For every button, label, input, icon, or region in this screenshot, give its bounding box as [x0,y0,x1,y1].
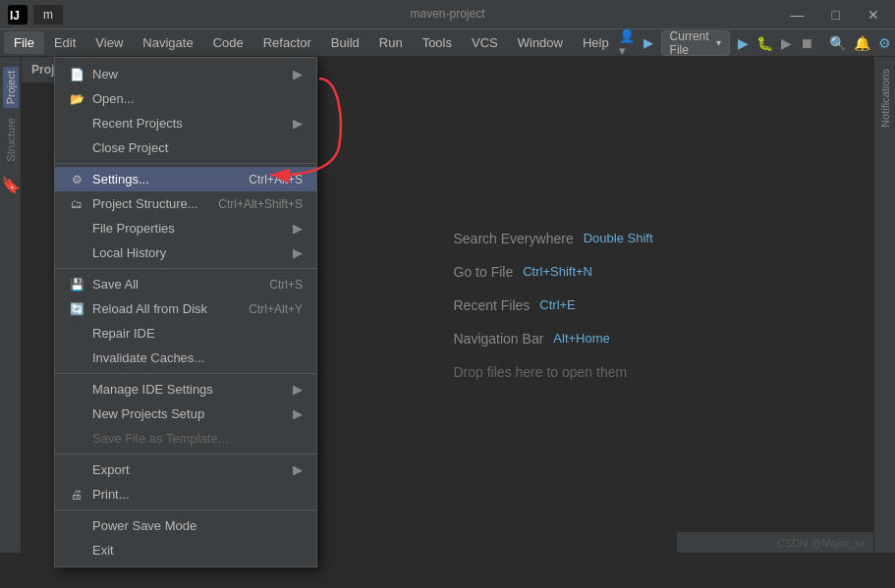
hint-goto-file-label: Go to File [454,264,514,280]
menu-item-exit-label: Exit [92,543,303,558]
divider-4 [55,454,316,454]
search-everywhere-button[interactable]: 🔍 [829,35,846,51]
update-icon[interactable]: ▶ [643,35,653,50]
project-structure-shortcut: Ctrl+Alt+Shift+S [218,197,303,211]
project-structure-icon: 🗂 [69,197,84,211]
stop-button[interactable]: ⏹ [800,35,813,51]
submenu-arrow-icon-mis: ▶ [293,382,303,397]
bottom-bar: CSDN @Major_xx [677,531,873,553]
menu-view[interactable]: View [85,31,133,54]
divider-3 [55,373,316,374]
left-side-bar: Project Structure 🔖 [0,57,22,553]
menu-item-settings[interactable]: ⚙ Settings... Ctrl+Alt+S [55,167,316,191]
hint-drop-files: Drop files here to open them [454,364,653,380]
menu-item-save-all[interactable]: 💾 Save All Ctrl+S [55,272,316,296]
menu-item-open-label: Open... [92,91,303,106]
settings-gear-icon[interactable]: ⚙ [878,35,891,51]
structure-side-tab[interactable]: Structure [3,114,19,166]
menu-build[interactable]: Build [321,31,369,54]
hint-search-everywhere-key: Double Shift [584,231,653,245]
save-all-icon: 💾 [69,278,84,292]
menu-item-settings-label: Settings... [92,172,241,187]
menu-help[interactable]: Help [573,31,619,54]
submenu-arrow-icon-recent: ▶ [293,116,303,131]
submenu-arrow-icon-fp: ▶ [293,221,303,236]
submenu-arrow-icon: ▶ [293,67,303,81]
editor-hints: Search Everywhere Double Shift Go to Fil… [434,211,673,400]
title-tabs: m [33,5,63,25]
menu-run[interactable]: Run [369,31,413,54]
project-side-tab[interactable]: Project [3,67,19,108]
menu-item-recent-projects[interactable]: Recent Projects ▶ [55,111,316,135]
menu-item-exit[interactable]: Exit [55,538,316,562]
submenu-arrow-icon-lh: ▶ [293,245,303,260]
divider-5 [55,509,316,510]
title-bar: IJ m maven-project — □ ✕ [0,0,895,29]
new-icon: 📄 [69,68,84,81]
menu-item-invalidate-caches[interactable]: Invalidate Caches... [55,346,316,370]
run-button[interactable]: ▶ [738,35,749,51]
svg-text:IJ: IJ [10,9,20,23]
reload-disk-shortcut: Ctrl+Alt+Y [249,302,303,316]
menu-item-print[interactable]: 🖨 Print... [55,482,316,507]
menu-item-invalidate-caches-label: Invalidate Caches... [92,350,303,365]
divider-1 [55,163,316,164]
editor-area: Search Everywhere Double Shift Go to Fil… [233,57,873,553]
menu-window[interactable]: Window [508,31,573,54]
run-config-selector[interactable]: Current File ▾ [661,30,730,56]
account-icon[interactable]: 👤▾ [619,28,636,58]
menu-item-recent-projects-label: Recent Projects [92,116,285,131]
menu-item-power-save-mode[interactable]: Power Save Mode [55,513,316,538]
menu-item-export-label: Export [92,462,285,477]
menu-item-export[interactable]: Export ▶ [55,457,316,482]
hint-search-everywhere-label: Search Everywhere [454,231,574,246]
menu-tools[interactable]: Tools [413,31,462,54]
menu-item-open[interactable]: 📂 Open... [55,86,316,111]
hint-drop-files-label: Drop files here to open them [454,364,628,380]
menu-item-reload-disk[interactable]: 🔄 Reload All from Disk Ctrl+Alt+Y [55,296,316,321]
menu-item-manage-ide-settings[interactable]: Manage IDE Settings ▶ [55,377,316,401]
menu-vcs[interactable]: VCS [462,31,508,54]
menu-item-project-structure[interactable]: 🗂 Project Structure... Ctrl+Alt+Shift+S [55,191,316,216]
credit-text: CSDN @Major_xx [777,537,866,549]
divider-2 [55,268,316,269]
project-tab[interactable]: m [33,5,63,25]
menu-file[interactable]: File [4,31,44,54]
hint-nav-bar-label: Navigation Bar [454,331,544,347]
menu-item-new-label: New [92,67,285,81]
maximize-button[interactable]: □ [824,5,848,25]
notifications-button[interactable]: 🔔 [854,35,870,51]
menu-item-local-history[interactable]: Local History ▶ [55,241,316,265]
notifications-label[interactable]: Notifications [879,69,891,128]
save-all-shortcut: Ctrl+S [269,278,303,292]
menu-code[interactable]: Code [203,31,253,54]
reload-icon: 🔄 [69,302,84,316]
print-icon: 🖨 [69,488,84,502]
menu-item-project-structure-label: Project Structure... [92,196,210,211]
menu-edit[interactable]: Edit [44,31,85,54]
hint-goto-file-key: Ctrl+Shift+N [523,264,592,279]
menu-item-print-label: Print... [92,487,303,502]
bookmarks-icon[interactable]: 🔖 [1,176,21,194]
menu-item-new-projects-setup[interactable]: New Projects Setup ▶ [55,401,316,426]
coverage-button[interactable]: ▶ [781,35,792,51]
settings-shortcut: Ctrl+Alt+S [249,173,303,187]
menu-item-close-project[interactable]: Close Project [55,135,316,160]
run-config-label: Current File [670,29,712,57]
menu-item-file-properties[interactable]: File Properties ▶ [55,216,316,241]
menu-item-repair-ide[interactable]: Repair IDE [55,321,316,346]
close-button[interactable]: ✕ [860,5,887,25]
menu-item-new-projects-setup-label: New Projects Setup [92,406,285,421]
menu-item-manage-ide-settings-label: Manage IDE Settings [92,382,285,397]
window-title: maven-project [410,7,484,21]
menu-item-file-properties-label: File Properties [92,221,285,236]
hint-nav-bar: Navigation Bar Alt+Home [454,331,653,347]
app-logo: IJ [8,5,28,25]
menu-refactor[interactable]: Refactor [253,31,321,54]
submenu-arrow-icon-nps: ▶ [293,406,303,421]
debug-button[interactable]: 🐛 [756,35,773,51]
minimize-button[interactable]: — [783,5,812,25]
hint-recent-files-label: Recent Files [454,297,531,313]
menu-navigate[interactable]: Navigate [133,31,202,54]
menu-item-new[interactable]: 📄 New ▶ [55,62,316,86]
